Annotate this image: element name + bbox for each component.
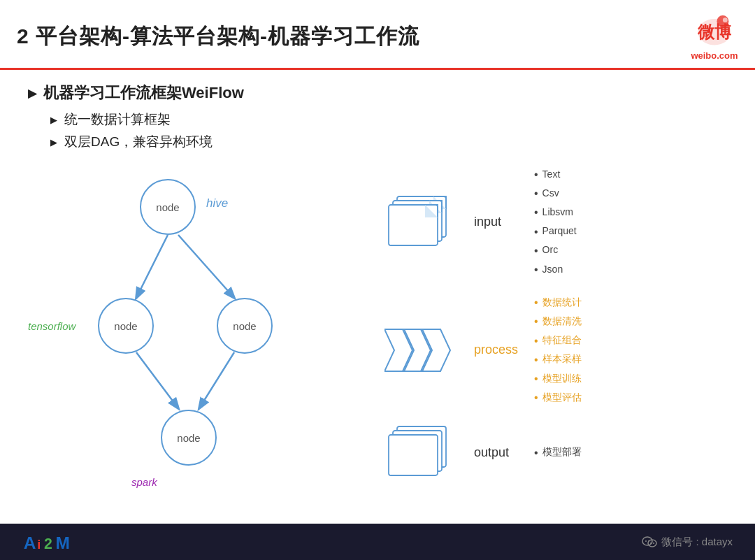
svg-point-28 [650,543,652,544]
diagram-area: node hive node tensorflow node node spar… [28,158,727,494]
bullet-level1: 机器学习工作流框架WeiFlow [28,82,727,103]
main-content: 机器学习工作流框架WeiFlow 统一数据计算框架 双层DAG，兼容异构环境 [0,70,755,501]
tensorflow-label: tensorflow [28,320,76,332]
dag-container: node hive node tensorflow node node spar… [28,158,364,494]
list-item: 样本采样 [534,350,582,369]
output-shapes [371,421,461,484]
input-shapes [371,191,461,254]
svg-point-24 [642,537,652,545]
process-shapes [371,322,461,378]
list-item: Orc [534,241,577,260]
list-item: 数据统计 [534,293,582,312]
hive-label: hive [206,196,228,210]
svg-rect-19 [389,435,438,475]
input-bullets: TextCsvLibsvmParquetOrcJson [534,165,577,279]
bullet-level2a: 统一数据计算框架 [50,110,727,129]
header: 2 平台架构-算法平台架构-机器学习工作流 微博 weibo.com [0,0,755,70]
node-hive: node [140,179,196,235]
weibo-logo: 微博 weibo.com [691,13,738,61]
svg-marker-14 [384,329,414,371]
svg-line-6 [136,352,178,408]
io-panel: input TextCsvLibsvmParquetOrcJson [371,158,727,491]
output-bullets: 模型部署 [534,443,582,462]
list-item: Csv [534,184,577,203]
list-item: 模型评估 [534,388,582,407]
svg-line-5 [178,235,234,298]
list-item: Parquet [534,222,577,241]
input-doc-svg [384,191,461,254]
process-label: process [474,343,522,357]
input-label: input [474,215,522,229]
list-item: 模型部署 [534,443,582,462]
svg-line-7 [199,352,234,408]
weixin-info: 微信号 : datayx [642,534,733,550]
svg-text:2: 2 [44,536,52,552]
output-label: output [474,445,522,460]
spark-label: spark [131,476,157,488]
process-section: process 数据统计数据清洗特征组合样本采样模型训练模型评估 [371,286,727,414]
weixin-icon [642,534,657,550]
node-tensorflow: node [98,298,154,354]
weibo-url-text: weibo.com [691,50,738,61]
list-item: 特征组合 [534,331,582,350]
page-title: 2 平台架构-算法平台架构-机器学习工作流 [17,22,419,51]
footer: A i 2 M 微信号 : datayx [0,524,755,560]
node-spark: node [161,410,217,466]
list-item: 模型训练 [534,369,582,388]
svg-point-29 [653,543,654,544]
weibo-icon-svg: 微博 [691,13,738,49]
list-item: 数据清洗 [534,312,582,331]
svg-text:M: M [55,533,69,552]
list-item: Text [534,165,577,184]
process-bullets: 数据统计数据清洗特征组合样本采样模型训练模型评估 [534,293,582,407]
svg-point-3 [723,17,728,22]
input-section: input TextCsvLibsvmParquetOrcJson [371,158,727,286]
output-section: output 模型部署 [371,414,727,491]
svg-text:i: i [37,538,41,552]
list-item: Libsvm [534,203,577,222]
svg-line-4 [136,235,168,298]
list-item: Json [534,260,577,279]
svg-point-27 [648,540,649,542]
bullet-level2b: 双层DAG，兼容异构环境 [50,133,727,151]
svg-text:A: A [24,533,36,552]
ai2m-logo: A i 2 M [22,529,85,555]
output-doc-svg [384,421,461,484]
process-svg [384,322,461,378]
svg-point-26 [645,540,647,542]
node-middle-right: node [217,298,273,354]
